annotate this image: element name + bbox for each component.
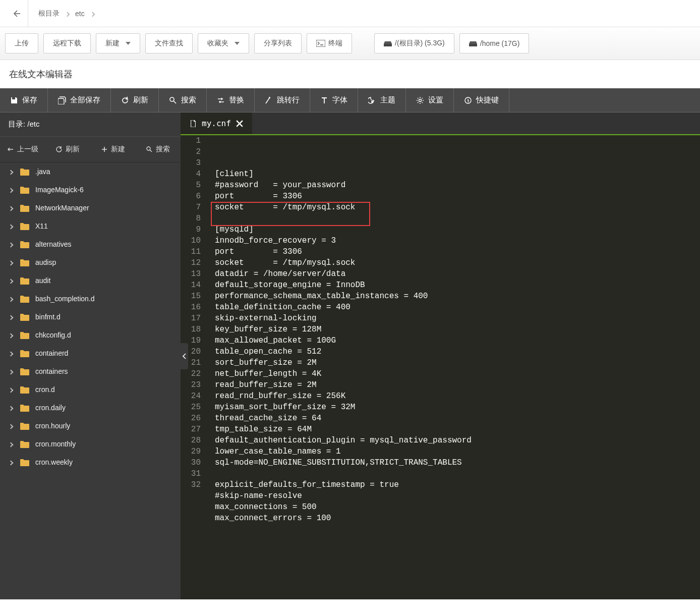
goto-line-button[interactable]: 跳转行	[255, 88, 310, 112]
tree-item[interactable]: cron.daily	[0, 399, 181, 417]
main-toolbar: 上传 远程下载 新建 文件查找 收藏夹 分享列表 终端 /(根目录) (5.3G…	[0, 27, 700, 60]
settings-button[interactable]: 设置	[406, 88, 454, 112]
theme-button[interactable]: 主题	[358, 88, 406, 112]
code-editor: my.cnf 123456789101112131415161718192021…	[181, 113, 700, 599]
tree-item[interactable]: alternatives	[0, 235, 181, 253]
search-button[interactable]: 搜索	[159, 88, 207, 112]
code-line[interactable]: net_buffer_length = 4K	[215, 368, 472, 379]
tree-item[interactable]: cron.monthly	[0, 435, 181, 453]
line-number: 14	[181, 280, 204, 291]
line-number: 11	[181, 246, 204, 257]
folder-tree[interactable]: .java ImageMagick-6 NetworkManager X11 a…	[0, 162, 181, 599]
tree-item[interactable]: containers	[0, 362, 181, 380]
line-number: 29	[181, 446, 204, 457]
close-icon[interactable]	[236, 120, 243, 127]
code-line[interactable]: datadir = /home/server/data	[215, 268, 472, 280]
code-line[interactable]: read_rnd_buffer_size = 256K	[215, 391, 472, 402]
svg-rect-1	[384, 44, 392, 46]
code-line[interactable]: max_connect_errors = 100	[215, 513, 472, 524]
line-number: 4	[181, 169, 204, 180]
tree-item[interactable]: .java	[0, 162, 181, 181]
favorites-button[interactable]: 收藏夹	[198, 33, 249, 53]
tree-item[interactable]: NetworkManager	[0, 199, 181, 217]
tree-item[interactable]: ImageMagick-6	[0, 181, 181, 199]
code-line[interactable]: table_definition_cache = 400	[215, 302, 472, 313]
font-button[interactable]: 字体	[310, 88, 358, 112]
code-line[interactable]: max_connections = 500	[215, 501, 472, 513]
code-line[interactable]: sql-mode=NO_ENGINE_SUBSTITUTION,STRICT_T…	[215, 457, 472, 468]
tree-item[interactable]: cron.hourly	[0, 417, 181, 435]
code-line[interactable]	[215, 468, 472, 479]
new-tree-button[interactable]: 新建	[90, 142, 136, 157]
code-line[interactable]: table_open_cache = 512	[215, 346, 472, 357]
file-search-button[interactable]: 文件查找	[145, 33, 193, 53]
breadcrumb-root[interactable]: 根目录	[34, 9, 64, 18]
save-button[interactable]: 保存	[0, 88, 48, 112]
root-disk-button[interactable]: /(根目录) (5.3G)	[374, 33, 454, 53]
svg-point-4	[371, 101, 373, 103]
tree-item[interactable]: audisp	[0, 253, 181, 271]
sidebar-collapse-handle[interactable]	[181, 343, 188, 369]
code-line[interactable]: #password = your_password	[215, 180, 472, 191]
code-line[interactable]: performance_schema_max_table_instances =…	[215, 291, 472, 302]
remote-download-button[interactable]: 远程下载	[43, 33, 91, 53]
chevron-right-icon	[9, 440, 14, 448]
code-line[interactable]: sort_buffer_size = 2M	[215, 357, 472, 368]
tree-item[interactable]: containerd	[0, 344, 181, 362]
replace-button[interactable]: 替换	[207, 88, 255, 112]
share-list-button[interactable]: 分享列表	[254, 33, 302, 53]
refresh-button[interactable]: 刷新	[111, 88, 159, 112]
folder-icon	[20, 295, 29, 303]
code-line[interactable]: max_allowed_packet = 100G	[215, 335, 472, 346]
new-button[interactable]: 新建	[96, 33, 140, 53]
tree-item[interactable]: audit	[0, 271, 181, 290]
line-number: 28	[181, 435, 204, 446]
code-line[interactable]: explicit_defaults_for_timestamp = true	[215, 479, 472, 490]
code-line[interactable]: port = 3306	[215, 246, 472, 257]
code-area[interactable]: 1234567891011121314151617181920212223242…	[181, 135, 700, 599]
code-line[interactable]: innodb_force_recovery = 3	[215, 235, 472, 246]
code-line[interactable]: default_authentication_plugin = mysql_na…	[215, 435, 472, 446]
svg-rect-0	[316, 40, 325, 47]
code-line[interactable]: #skip-name-resolve	[215, 490, 472, 501]
search-tree-button[interactable]: 搜索	[136, 142, 181, 157]
terminal-button[interactable]: 终端	[307, 33, 352, 53]
tree-item[interactable]: chkconfig.d	[0, 326, 181, 344]
line-number: 13	[181, 268, 204, 280]
tree-item[interactable]: cron.d	[0, 380, 181, 399]
upload-button[interactable]: 上传	[5, 33, 38, 53]
code-line[interactable]: skip-external-locking	[215, 313, 472, 324]
code-line[interactable]: myisam_sort_buffer_size = 32M	[215, 402, 472, 413]
code-line[interactable]: read_buffer_size = 2M	[215, 379, 472, 391]
code-line[interactable]: tmp_table_size = 64M	[215, 424, 472, 435]
folder-icon	[20, 368, 29, 375]
line-number: 26	[181, 413, 204, 424]
back-button[interactable]	[4, 0, 28, 27]
tab-my-cnf[interactable]: my.cnf	[181, 113, 252, 134]
code-line[interactable]: socket = /tmp/mysql.sock	[215, 257, 472, 268]
refresh-tree-button[interactable]: 刷新	[45, 142, 91, 157]
tree-item[interactable]: cron.weekly	[0, 453, 181, 471]
tab-bar: my.cnf	[181, 113, 700, 135]
code-line[interactable]: thread_cache_size = 64	[215, 413, 472, 424]
up-level-button[interactable]: 上一级	[0, 142, 45, 157]
code-line[interactable]: port = 3306	[215, 191, 472, 202]
tree-item[interactable]: binfmt.d	[0, 308, 181, 326]
breadcrumb-etc[interactable]: etc	[71, 10, 89, 18]
chevron-right-icon	[9, 331, 14, 339]
save-all-button[interactable]: 全部保存	[48, 88, 111, 112]
shortcuts-button[interactable]: 快捷键	[454, 88, 509, 112]
folder-name: .java	[35, 168, 50, 176]
tree-item[interactable]: bash_completion.d	[0, 290, 181, 308]
code-content[interactable]: [client]#password = your_passwordport = …	[209, 135, 472, 599]
tree-item[interactable]: X11	[0, 217, 181, 235]
code-line[interactable]: key_buffer_size = 128M	[215, 324, 472, 335]
current-directory: 目录: /etc	[0, 113, 181, 137]
svg-point-8	[147, 147, 150, 150]
folder-name: alternatives	[35, 240, 72, 248]
code-line[interactable]: [client]	[215, 169, 472, 180]
code-line[interactable]: lower_case_table_names = 1	[215, 446, 472, 457]
home-disk-button[interactable]: /home (17G)	[459, 33, 530, 53]
code-line[interactable]: default_storage_engine = InnoDB	[215, 280, 472, 291]
folder-icon	[20, 259, 29, 266]
